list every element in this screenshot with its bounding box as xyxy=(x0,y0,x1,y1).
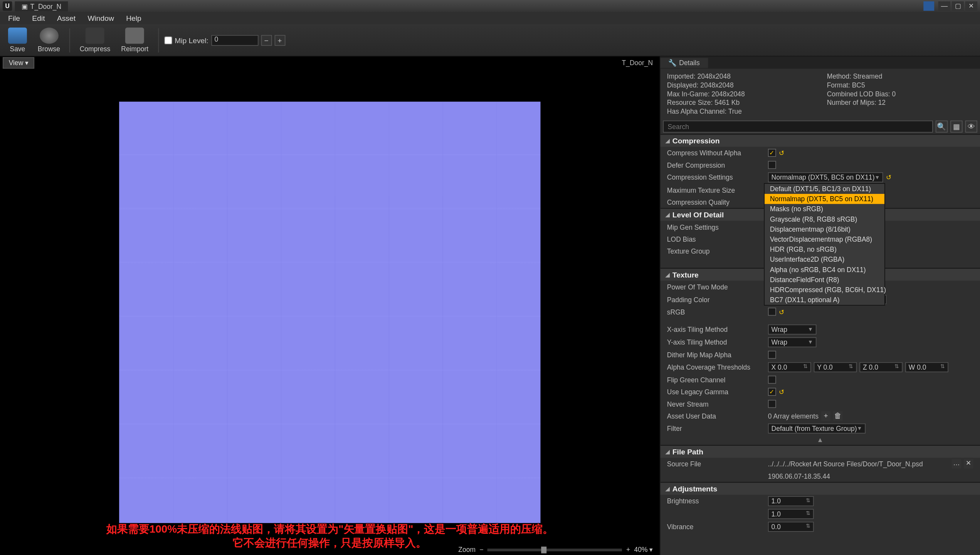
alpha-x-field[interactable]: X 0.0⇅ xyxy=(768,362,811,372)
category-compression[interactable]: Compression xyxy=(660,134,980,147)
view-dropdown-button[interactable]: View ▾ xyxy=(3,57,35,69)
compression-option[interactable]: VectorDisplacementmap (RGBA8) xyxy=(765,234,884,244)
menu-window[interactable]: Window xyxy=(82,13,119,24)
compression-option[interactable]: DistanceFieldFont (R8) xyxy=(765,275,884,285)
compression-option[interactable]: Grayscale (R8, RGB8 sRGB) xyxy=(765,214,884,224)
tab-icon: ▣ xyxy=(22,2,28,10)
asset-tab[interactable]: ▣ T_Door_N xyxy=(15,1,68,11)
x-tiling-dropdown[interactable]: Wrap▼ xyxy=(768,325,817,335)
zoom-value[interactable]: 40% ▾ xyxy=(634,546,653,553)
search-icon[interactable]: 🔍 xyxy=(936,121,948,133)
mip-level-field[interactable]: 0 xyxy=(211,35,258,45)
array-add-button[interactable]: + xyxy=(821,411,830,420)
compress-button[interactable]: Compress xyxy=(76,26,114,54)
save-button[interactable]: Save xyxy=(4,26,31,54)
reimport-button[interactable]: Reimport xyxy=(117,26,153,54)
alpha-y-field[interactable]: Y 0.0⇅ xyxy=(814,362,857,372)
compression-option[interactable]: Masks (no sRGB) xyxy=(765,204,884,214)
details-search-input[interactable] xyxy=(663,121,933,133)
matrix-view-icon[interactable]: ▦ xyxy=(950,121,962,133)
category-adjustments[interactable]: Adjustments xyxy=(660,482,980,495)
filter-dropdown[interactable]: Default (from Texture Group)▼ xyxy=(768,424,866,434)
alpha-w-field[interactable]: W 0.0⇅ xyxy=(905,362,948,372)
zoom-label: Zoom xyxy=(458,546,476,553)
compression-settings-dropdown[interactable]: Normalmap (DXT5, BC5 on DX11)▼ xyxy=(768,172,883,182)
reimport-icon xyxy=(125,28,144,44)
browse-source-button[interactable]: … xyxy=(952,459,961,468)
flip-green-checkbox[interactable] xyxy=(768,376,776,384)
browse-icon xyxy=(39,28,58,44)
category-filepath[interactable]: File Path xyxy=(660,445,980,457)
zoom-slider[interactable] xyxy=(487,548,622,551)
compression-settings-menu: Default (DXT1/5, BC1/3 on DX11)Normalmap… xyxy=(764,183,885,306)
legacy-gamma-checkbox[interactable] xyxy=(768,388,776,396)
defer-compression-checkbox[interactable] xyxy=(768,161,776,169)
mip-level-label: Mip Level: xyxy=(175,36,208,44)
compression-option[interactable]: UserInterface2D (RGBA) xyxy=(765,254,884,264)
compression-option[interactable]: Normalmap (DXT5, BC5 on DX11) xyxy=(765,194,884,204)
mip-decrement-button[interactable]: − xyxy=(261,35,272,45)
menu-file[interactable]: File xyxy=(3,13,25,24)
viewport-asset-name: T_Door_N xyxy=(622,59,657,66)
brightness-field[interactable]: 1.0⇅ xyxy=(768,496,814,506)
titlebar: U ▣ T_Door_N — ▢ ✕ xyxy=(0,0,980,12)
menu-asset[interactable]: Asset xyxy=(52,13,81,24)
maximize-button[interactable]: ▢ xyxy=(952,1,964,10)
details-icon: 🔧 xyxy=(668,59,676,66)
dither-mip-checkbox[interactable] xyxy=(768,351,776,359)
array-clear-button[interactable]: 🗑 xyxy=(833,411,842,420)
mip-level-checkbox[interactable] xyxy=(164,36,172,44)
save-icon xyxy=(8,28,27,44)
texture-info: Imported: 2048x2048Method: Streamed Disp… xyxy=(660,69,980,119)
adjustment-field-2[interactable]: 1.0⇅ xyxy=(768,509,814,519)
close-button[interactable]: ✕ xyxy=(965,1,977,10)
menu-help[interactable]: Help xyxy=(121,13,146,24)
compression-option[interactable]: Alpha (no sRGB, BC4 on DX11) xyxy=(765,264,884,274)
texture-viewport[interactable]: 如果需要100%未压缩的法线贴图，请将其设置为"矢量置换贴图"，这是一项普遍适用… xyxy=(0,69,660,555)
menu-edit[interactable]: Edit xyxy=(27,13,50,24)
compression-option[interactable]: HDRCompressed (RGB, BC6H, DX11) xyxy=(765,285,884,295)
source-control-icon[interactable] xyxy=(923,1,934,10)
mip-increment-button[interactable]: + xyxy=(274,35,285,45)
toolbar: Save Browse Compress Reimport Mip Level:… xyxy=(0,24,980,57)
minimize-button[interactable]: — xyxy=(938,1,950,10)
zoom-out-button[interactable]: − xyxy=(479,546,483,553)
reset-icon[interactable]: ↺ xyxy=(779,308,784,315)
compress-icon xyxy=(86,28,104,44)
compression-option[interactable]: Displacementmap (8/16bit) xyxy=(765,224,884,234)
expand-arrow[interactable]: ▲ xyxy=(660,435,980,445)
compress-without-alpha-checkbox[interactable] xyxy=(768,149,776,157)
compression-option[interactable]: Default (DXT1/5, BC1/3 on DX11) xyxy=(765,184,884,194)
vibrance-field[interactable]: 0.0⇅ xyxy=(768,522,814,532)
reset-icon[interactable]: ↺ xyxy=(779,149,784,156)
clear-source-button[interactable]: ✕ xyxy=(964,459,973,468)
compression-option[interactable]: BC7 (DX11, optional A) xyxy=(765,295,884,305)
compression-option[interactable]: HDR (RGB, no sRGB) xyxy=(765,244,884,254)
reset-icon[interactable]: ↺ xyxy=(779,388,784,395)
srgb-checkbox[interactable] xyxy=(768,308,776,316)
browse-button[interactable]: Browse xyxy=(34,26,64,54)
tab-title: T_Door_N xyxy=(30,2,62,10)
y-tiling-dropdown[interactable]: Wrap▼ xyxy=(768,337,817,347)
zoom-in-button[interactable]: + xyxy=(626,546,630,553)
ue-logo-icon: U xyxy=(3,1,12,10)
texture-preview xyxy=(119,102,540,523)
reset-icon[interactable]: ↺ xyxy=(886,174,891,181)
details-tab[interactable]: 🔧 Details xyxy=(660,57,708,67)
eye-icon[interactable]: 👁 xyxy=(965,121,977,133)
never-stream-checkbox[interactable] xyxy=(768,400,776,408)
menubar: File Edit Asset Window Help xyxy=(0,12,980,24)
alpha-z-field[interactable]: Z 0.0⇅ xyxy=(859,362,903,372)
